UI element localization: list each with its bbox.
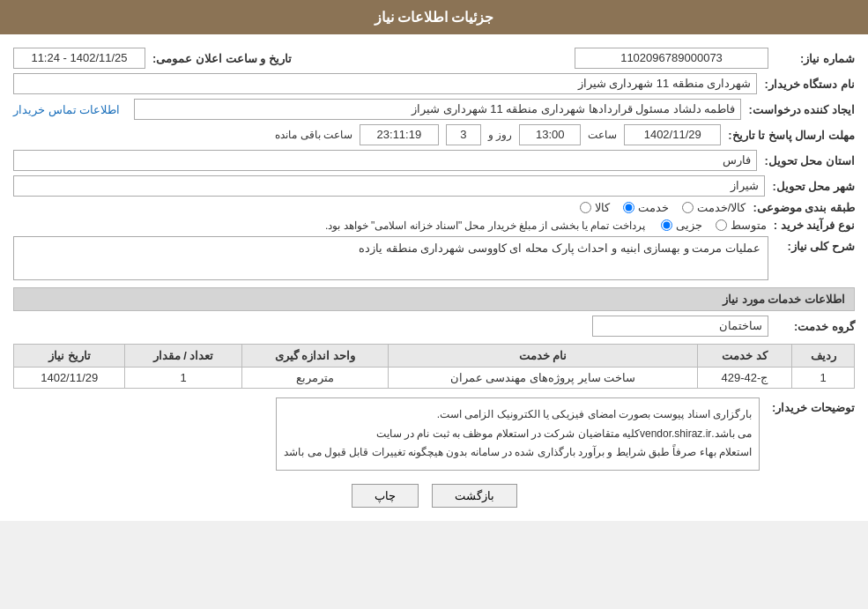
content-area: شماره نیاز: 1102096789000073 تاریخ و ساع… bbox=[0, 34, 868, 521]
radio-khadamat[interactable]: خدمت bbox=[623, 201, 669, 214]
page-title: جزئیات اطلاعات نیاز bbox=[375, 10, 494, 25]
col-radif: ردیف bbox=[792, 345, 855, 368]
cell-tarikh: 1402/11/29 bbox=[14, 368, 125, 389]
sharh-label: شرح کلی نیاز: bbox=[775, 236, 855, 253]
table-row: 1ج-42-429ساخت سایر پروژه‌های مهندسی عمرا… bbox=[14, 368, 855, 389]
cell-vahad: مترمربع bbox=[241, 368, 389, 389]
page-container: جزئیات اطلاعات نیاز شماره نیاز: 11020967… bbox=[0, 0, 868, 521]
farayand-label: نوع فرآیند خرید : bbox=[774, 219, 855, 232]
button-row: چاپ بازگشت bbox=[13, 484, 855, 508]
khadamat-section-header: اطلاعات خدمات مورد نیاز bbox=[13, 287, 855, 311]
rooz-label: روز و bbox=[488, 129, 512, 141]
saat-value: 13:00 bbox=[519, 124, 581, 145]
mande-label: ساعت باقی مانده bbox=[275, 129, 352, 141]
tarikh-value: 1402/11/25 - 11:24 bbox=[13, 48, 145, 69]
radio-khadamat-label: خدمت bbox=[638, 201, 669, 214]
ostan-value: فارس bbox=[13, 150, 757, 171]
radio-jozii[interactable]: جزیی bbox=[661, 219, 702, 232]
saat-label: ساعت bbox=[588, 129, 617, 141]
cell-radif: 1 bbox=[792, 368, 855, 389]
radio-kala-label: کالا bbox=[595, 201, 610, 214]
shahr-value: شیراز bbox=[13, 175, 765, 197]
etelaat-link[interactable]: اطلاعات تماس خریدار bbox=[13, 103, 120, 116]
col-kod: کد خدمت bbox=[697, 345, 792, 368]
ostan-label: استان محل تحویل: bbox=[764, 154, 855, 167]
col-vahad: واحد اندازه گیری bbox=[241, 345, 389, 368]
cell-tedad: 1 bbox=[125, 368, 241, 389]
radio-khadamat-input[interactable] bbox=[623, 202, 634, 213]
farayand-radio-group: متوسط جزیی bbox=[661, 219, 767, 232]
farayand-note: پرداخت تمام یا بخشی از مبلغ خریدار محل "… bbox=[325, 219, 645, 232]
nam-dastgah-value: شهرداری منطقه 11 شهرداری شیراز bbox=[13, 73, 757, 94]
cell-kod: ج-42-429 bbox=[697, 368, 792, 389]
tabaqe-label: طبقه بندی موضوعی: bbox=[753, 201, 855, 214]
page-header: جزئیات اطلاعات نیاز bbox=[0, 0, 868, 34]
buyer-notes-line2: می باشد.vendor.shiraz.irکلیه متقاضیان شر… bbox=[284, 425, 752, 444]
cell-name: ساخت سایر پروژه‌های مهندسی عمران bbox=[389, 368, 697, 389]
nam-dastgah-label: نام دستگاه خریدار: bbox=[764, 78, 855, 91]
radio-kala-input[interactable] bbox=[580, 202, 591, 213]
col-name: نام خدمت bbox=[389, 345, 697, 368]
print-button[interactable]: چاپ bbox=[352, 484, 419, 508]
mohlat-label: مهلت ارسال پاسخ تا تاریخ: bbox=[728, 129, 855, 142]
service-table: ردیف کد خدمت نام خدمت واحد اندازه گیری ت… bbox=[13, 344, 855, 389]
radio-kala-khadamat-input[interactable] bbox=[682, 202, 694, 213]
buyer-notes-line1: بارگزاری اسناد پیوست بصورت امضای فیزیکی … bbox=[284, 405, 752, 425]
shomare-niaz-label: شماره نیاز: bbox=[775, 52, 855, 65]
radio-kala[interactable]: کالا bbox=[580, 201, 610, 214]
grooh-label: گروه خدمت: bbox=[775, 320, 855, 333]
shomare-niaz-value: 1102096789000073 bbox=[575, 48, 768, 69]
col-tedad: تعداد / مقدار bbox=[125, 345, 241, 368]
mande-value: 23:11:19 bbox=[360, 124, 439, 145]
rooz-value: 3 bbox=[446, 124, 481, 145]
tabaqe-radio-group: کالا/خدمت خدمت کالا bbox=[580, 201, 746, 214]
ijad-konande-value: فاطمه دلشاد مسئول قراردادها شهرداری منطق… bbox=[134, 99, 741, 120]
shahr-label: شهر محل تحویل: bbox=[772, 180, 855, 193]
buyer-notes-label: توضیحات خریدار: bbox=[767, 397, 855, 414]
buyer-notes: بارگزاری اسناد پیوست بصورت امضای فیزیکی … bbox=[276, 397, 760, 471]
radio-motavasset[interactable]: متوسط bbox=[716, 219, 767, 232]
date-value: 1402/11/29 bbox=[624, 124, 721, 145]
radio-kala-khadamat-label: کالا/خدمت bbox=[697, 201, 746, 214]
buyer-notes-line3: استعلام بهاء صرفاً طبق شرایط و برآورد با… bbox=[284, 443, 752, 463]
sharh-value: عملیات مرمت و بهسازی ابنیه و احداث پارک … bbox=[13, 236, 768, 280]
radio-motavasset-label: متوسط bbox=[731, 219, 767, 232]
grooh-value: ساختمان bbox=[592, 316, 768, 337]
radio-jozii-input[interactable] bbox=[661, 219, 672, 231]
ijad-konande-label: ایجاد کننده درخواست: bbox=[748, 103, 855, 116]
tarikh-label: تاریخ و ساعت اعلان عمومی: bbox=[152, 52, 292, 65]
radio-motavasset-input[interactable] bbox=[716, 219, 727, 231]
radio-kala-khadamat[interactable]: کالا/خدمت bbox=[682, 201, 746, 214]
col-tarikh: تاریخ نیاز bbox=[14, 345, 125, 368]
buyer-notes-line2-text: می باشد.vendor.shiraz.irکلیه متقاضیان شر… bbox=[376, 427, 752, 440]
radio-jozii-label: جزیی bbox=[676, 219, 702, 232]
back-button[interactable]: بازگشت bbox=[432, 484, 517, 508]
